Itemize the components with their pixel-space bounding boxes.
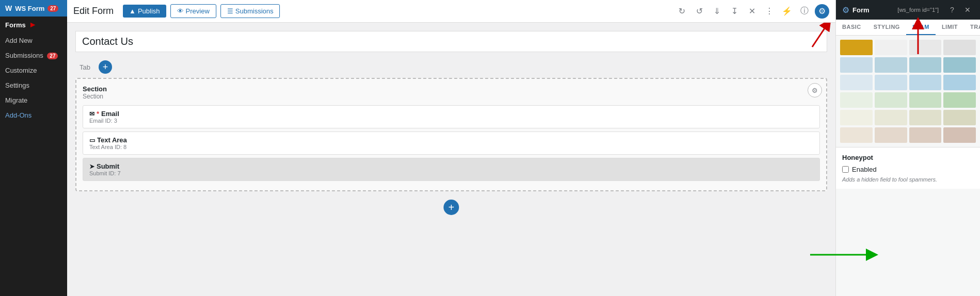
sidebar-item-settings[interactable]: Settings xyxy=(0,78,67,93)
honeypot-enabled-label[interactable]: Enabled xyxy=(852,166,877,173)
ws-form-badge: 27 xyxy=(48,5,58,12)
swatch-item[interactable] xyxy=(875,75,907,90)
right-panel: ⚙ Form [ws_form id="1"] ? ✕ BASIC STYLIN… xyxy=(835,0,980,296)
form-title-input[interactable] xyxy=(75,31,827,52)
tab-bar: Tab + xyxy=(75,60,827,74)
bolt-button[interactable]: ⚡ xyxy=(780,4,794,19)
swatch-item[interactable] xyxy=(875,110,907,125)
ws-form-brand-label: WS Form xyxy=(15,5,44,12)
section-sub: Section xyxy=(83,93,820,100)
submit-field-item[interactable]: ➤ Submit Submit ID: 7 xyxy=(83,158,820,181)
swatch-item[interactable] xyxy=(909,92,942,108)
honeypot-section: Honeypot Enabled Adds a hidden field to … xyxy=(836,147,980,189)
swatch-item[interactable] xyxy=(875,57,907,73)
email-field-label: ✉ * Email xyxy=(89,110,813,118)
main-area: Edit Form ▲ Publish 👁 Preview ☰ Submissi… xyxy=(67,0,835,296)
add-field-button[interactable]: + xyxy=(444,200,459,215)
swatch-item[interactable] xyxy=(875,92,907,108)
swatch-item[interactable] xyxy=(909,75,942,90)
ws-form-logo: W xyxy=(5,4,12,12)
page-title: Edit Form xyxy=(73,6,114,17)
save-button[interactable]: ⇓ xyxy=(709,4,724,19)
swatch-item[interactable] xyxy=(875,127,907,143)
table-icon: ☰ xyxy=(227,7,233,15)
required-indicator: * xyxy=(97,110,99,118)
forms-arrow-indicator: ► xyxy=(29,20,37,29)
swatch-item[interactable] xyxy=(909,57,942,73)
redo-button[interactable]: ↺ xyxy=(692,4,706,19)
ws-form-brand[interactable]: W WS Form 27 xyxy=(0,0,67,17)
submit-field-id: Submit ID: 7 xyxy=(89,170,813,176)
layers-button[interactable]: ⋮ xyxy=(762,4,777,19)
tab-spam[interactable]: SPAM xyxy=(906,20,936,35)
swatch-item[interactable] xyxy=(840,40,873,55)
section-gear-button[interactable]: ⚙ xyxy=(808,83,822,97)
swatch-item[interactable] xyxy=(840,75,873,90)
email-field-item[interactable]: ✉ * Email Email ID: 3 xyxy=(83,105,820,128)
swatch-item[interactable] xyxy=(840,110,873,125)
settings-button[interactable]: ⚙ xyxy=(815,4,829,19)
submissions-button[interactable]: ☰ Submissions xyxy=(220,4,280,18)
sidebar-item-migrate[interactable]: Migrate xyxy=(0,93,67,108)
swatch-item[interactable] xyxy=(909,40,942,55)
publish-label: Publish xyxy=(138,7,160,15)
honeypot-title: Honeypot xyxy=(842,154,974,161)
swatch-item[interactable] xyxy=(943,92,976,108)
swatch-item[interactable] xyxy=(840,57,873,73)
submit-field-label: ➤ Submit xyxy=(89,162,813,170)
tab-tracking[interactable]: TRACKING xyxy=(964,20,980,35)
swatch-item[interactable] xyxy=(840,127,873,143)
panel-close-button[interactable]: ✕ xyxy=(961,4,974,15)
tab-label: Tab xyxy=(75,61,94,73)
tab-styling[interactable]: STYLING xyxy=(867,20,906,35)
swatch-item[interactable] xyxy=(943,110,976,125)
publish-button[interactable]: ▲ Publish xyxy=(123,5,166,18)
email-icon: ✉ xyxy=(89,110,94,118)
sidebar-item-submissions[interactable]: Submissions 27 xyxy=(0,48,67,63)
sidebar-item-add-ons[interactable]: Add-Ons xyxy=(0,108,67,123)
swatch-item[interactable] xyxy=(909,110,942,125)
add-field-container: + xyxy=(75,200,827,215)
swatch-item[interactable] xyxy=(909,127,942,143)
swatch-item[interactable] xyxy=(875,40,907,55)
sidebar-item-forms[interactable]: Forms ► xyxy=(0,17,67,33)
section-header: Section Section xyxy=(83,85,820,100)
submissions-badge: 27 xyxy=(47,53,58,59)
toolbar-icons: ↻ ↺ ⇓ ↧ ✕ ⋮ ⚡ ⓘ ⚙ xyxy=(674,4,829,19)
tab-basic[interactable]: BASIC xyxy=(836,20,867,35)
swatch-item[interactable] xyxy=(943,40,976,55)
eye-icon: 👁 xyxy=(177,7,184,15)
sidebar-item-add-new[interactable]: Add New xyxy=(0,33,67,48)
add-tab-button[interactable]: + xyxy=(99,60,112,74)
swatch-item[interactable] xyxy=(943,75,976,90)
toolbar: Edit Form ▲ Publish 👁 Preview ☰ Submissi… xyxy=(67,0,835,23)
panel-shortcode: [ws_form id="1"] xyxy=(897,7,939,13)
panel-gear-icon: ⚙ xyxy=(842,5,849,15)
close-button[interactable]: ✕ xyxy=(745,4,759,19)
email-field-id: Email ID: 3 xyxy=(89,118,813,124)
textarea-icon: ▭ xyxy=(89,137,95,144)
panel-content: Honeypot Enabled Adds a hidden field to … xyxy=(836,36,980,296)
swatch-item[interactable] xyxy=(943,127,976,143)
publish-icon: ▲ xyxy=(129,7,136,15)
help-button[interactable]: ⓘ xyxy=(797,4,812,19)
textarea-field-label: ▭ Text Area xyxy=(89,136,813,144)
tab-limit[interactable]: LIMIT xyxy=(936,20,964,35)
textarea-field-item[interactable]: ▭ Text Area Text Area ID: 8 xyxy=(83,131,820,155)
panel-tabs: BASIC STYLING SPAM LIMIT TRACKING xyxy=(836,20,980,36)
honeypot-description: Adds a hidden field to fool spammers. xyxy=(842,176,974,183)
form-canvas: Tab + ⚙ Section Section ✉ * Email Ema xyxy=(75,60,827,267)
swatch-item[interactable] xyxy=(943,57,976,73)
honeypot-checkbox[interactable] xyxy=(842,166,849,173)
download-button[interactable]: ↧ xyxy=(727,4,741,19)
section-name: Section xyxy=(83,85,820,93)
swatch-item[interactable] xyxy=(840,92,873,108)
right-panel-header: ⚙ Form [ws_form id="1"] ? ✕ xyxy=(836,0,980,20)
textarea-field-id: Text Area ID: 8 xyxy=(89,144,813,150)
sidebar-item-customize[interactable]: Customize xyxy=(0,63,67,78)
undo-button[interactable]: ↻ xyxy=(674,4,689,19)
preview-button[interactable]: 👁 Preview xyxy=(170,4,216,18)
honeypot-row: Enabled xyxy=(842,166,974,173)
panel-help-button[interactable]: ? xyxy=(946,4,958,15)
swatches-area xyxy=(836,36,980,147)
